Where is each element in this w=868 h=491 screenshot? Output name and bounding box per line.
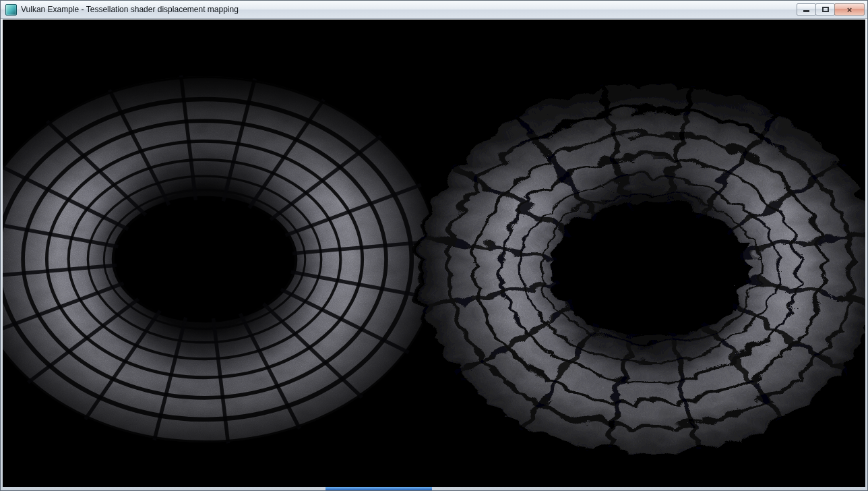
close-icon: × (847, 5, 852, 14)
taskbar-peek (326, 487, 432, 490)
torus-displaced-shading (414, 79, 865, 451)
app-window: Vulkan Example - Tessellation shader dis… (0, 0, 868, 491)
render-viewport[interactable] (3, 20, 865, 487)
window-titlebar[interactable]: Vulkan Example - Tessellation shader dis… (1, 1, 867, 19)
minimize-button[interactable] (797, 3, 816, 16)
torus-displaced (414, 79, 865, 451)
window-title: Vulkan Example - Tessellation shader dis… (21, 5, 239, 14)
window-controls: × (797, 3, 865, 16)
maximize-icon (822, 7, 829, 12)
minimize-icon (803, 10, 809, 12)
close-button[interactable]: × (834, 3, 865, 16)
app-icon (5, 4, 17, 16)
torus-flat (3, 76, 440, 444)
maximize-button[interactable] (815, 3, 835, 16)
scene-svg (3, 20, 865, 487)
